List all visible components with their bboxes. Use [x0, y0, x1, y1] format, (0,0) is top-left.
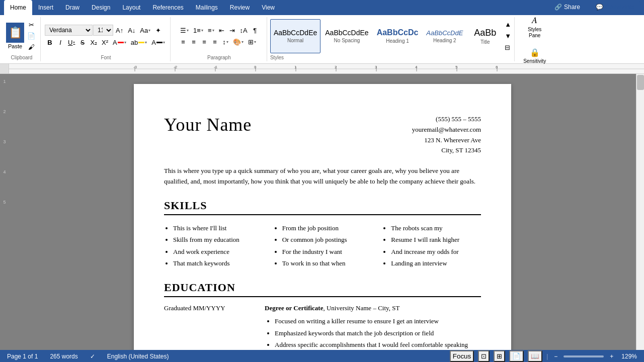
tab-design[interactable]: Design [86, 0, 116, 15]
cut-button[interactable]: ✂ [25, 20, 37, 30]
increase-indent-button[interactable]: ⇥ [227, 25, 237, 35]
svg-text:4: 4 [415, 65, 418, 69]
italic-button[interactable]: I [55, 37, 65, 47]
tab-draw[interactable]: Draw [59, 0, 86, 15]
strikethrough-button[interactable]: S̶ [77, 37, 88, 47]
skills-section: SKILLS This is where I'll list Skills fr… [164, 199, 481, 269]
contact-city: City, ST 12345 [412, 145, 481, 156]
gallery-up-icon: ▲ [505, 21, 511, 28]
align-left-button[interactable]: ≡ [178, 37, 188, 47]
scrollbar-thumb[interactable] [637, 75, 644, 90]
style-no-spacing-text: AaBbCcDdEe [325, 29, 368, 37]
page-info[interactable]: Page 1 of 1 [5, 352, 40, 361]
margin-num-5: 5 [3, 200, 6, 205]
tab-insert[interactable]: Insert [32, 0, 59, 15]
tab-view[interactable]: View [256, 0, 281, 15]
style-no-spacing[interactable]: AaBbCcDdEe No Spacing [321, 19, 372, 53]
education-heading: EDUCATION [164, 281, 481, 297]
style-heading2-text: AaBbCcDdE [426, 29, 463, 37]
shading-button[interactable]: 🎨 ▾ [231, 37, 246, 47]
styles-pane-label: StylesPane [528, 27, 541, 39]
bold-button[interactable]: B [45, 37, 55, 47]
superscript-button[interactable]: X² [100, 37, 110, 47]
styles-gallery-row: AaBbCcDdEe Normal AaBbCcDdEe No Spacing … [270, 18, 512, 54]
comments-button[interactable]: 💬 Comments [590, 1, 640, 13]
document-page[interactable]: Your Name (555) 555 – 5555 youremail@wha… [134, 84, 511, 350]
edu-bullet-1: Focused on writing a killer resume to en… [275, 315, 481, 327]
clear-formatting-button[interactable]: ✦ [153, 25, 163, 35]
edu-degree-bold: Degree or Certificate [265, 304, 323, 312]
font-size-select[interactable]: 11 [93, 25, 113, 36]
subscript-button[interactable]: X₂ [88, 37, 99, 47]
skills-list-2: From the job position Or common job post… [273, 222, 372, 269]
decrease-font-button[interactable]: A↓ [126, 25, 137, 35]
status-right: Focus ⊡ ⊞ 📄 📖 | − + 129% [450, 350, 639, 362]
style-no-spacing-label: No Spacing [334, 38, 360, 43]
font-family-select[interactable]: Verdana [45, 25, 93, 36]
underline-button[interactable]: U ▾ [66, 37, 77, 47]
decrease-indent-button[interactable]: ⇤ [217, 25, 227, 35]
zoom-slider[interactable] [564, 355, 604, 357]
view-print-button[interactable]: ⊡ [478, 350, 490, 362]
zoom-out-button[interactable]: − [552, 352, 559, 361]
scrollbar-track[interactable] [636, 74, 644, 350]
proofing-icon[interactable]: ✓ [88, 352, 97, 361]
view-immersive-button[interactable]: 📖 [528, 350, 542, 362]
skill-1-1: This is where I'll list [173, 222, 263, 234]
tab-references[interactable]: References [146, 0, 189, 15]
document-container: Your Name (555) 555 – 5555 youremail@wha… [9, 74, 636, 350]
gallery-more-button[interactable]: ▲ ▼ ⊟ [504, 18, 512, 54]
style-normal[interactable]: AaBbCcDdEe Normal [270, 19, 320, 53]
line-spacing-button[interactable]: ↕ ▾ [220, 37, 230, 47]
tab-review[interactable]: Review [224, 0, 256, 15]
view-web-button[interactable]: ⊞ [494, 350, 505, 362]
doc-header: Your Name (555) 555 – 5555 youremail@wha… [164, 114, 481, 156]
sensitivity-button[interactable]: 🔒 Sensitivity [520, 45, 549, 66]
edu-degree: Degree or Certificate, University Name –… [265, 304, 481, 312]
multilevel-list-button[interactable]: ≡ ▾ [206, 25, 216, 35]
style-heading2[interactable]: AaBbCcDdE Heading 2 [423, 19, 466, 53]
font-row-1: Verdana 11 A↑ A↓ Aa ▾ ✦ [45, 25, 167, 36]
style-heading2-label: Heading 2 [433, 38, 456, 43]
status-bar: Page 1 of 1 265 words ✓ English (United … [0, 350, 644, 362]
align-right-button[interactable]: ≡ [199, 37, 209, 47]
tab-home[interactable]: Home [4, 0, 32, 15]
paragraph-group: ☰ ▾ 1≡ ▾ ≡ ▾ ⇤ ⇥ ↕A ¶ ≡ ≡ ≡ ≡ ↕ ▾ 🎨 ▾ ⊞ … [172, 17, 267, 61]
bullets-button[interactable]: ☰ ▾ [178, 25, 191, 35]
share-button[interactable]: 🔗 Share [548, 2, 586, 13]
svg-text:0: 0 [254, 65, 257, 69]
word-count[interactable]: 265 words [48, 352, 79, 361]
focus-button[interactable]: Focus [450, 350, 474, 362]
paste-button[interactable]: 📋 Paste [6, 23, 24, 49]
font-color-button[interactable]: A ▾ [111, 37, 128, 47]
copy-button[interactable]: 📄 [25, 31, 37, 41]
align-center-button[interactable]: ≡ [189, 37, 199, 47]
skill-2-4: To work in so that when [282, 257, 372, 269]
increase-font-button[interactable]: A↑ [114, 25, 125, 35]
style-heading1[interactable]: AaBbCcDc Heading 1 [373, 19, 422, 53]
view-read-button[interactable]: 📄 [509, 350, 524, 362]
justify-button[interactable]: ≡ [210, 37, 220, 47]
sort-button[interactable]: ↕A [238, 25, 250, 35]
format-painter-button[interactable]: 🖌 [25, 42, 37, 52]
style-title[interactable]: AaBb Title [467, 19, 503, 53]
margin-num-1: 1 [3, 79, 6, 84]
skill-3-4: Landing an interview [391, 257, 481, 269]
clipboard-label: Clipboard [11, 55, 33, 60]
language-info[interactable]: English (United States) [105, 352, 171, 361]
text-color-button[interactable]: A ▾ [149, 37, 167, 47]
zoom-level[interactable]: 129% [619, 352, 639, 361]
svg-text:-3: -3 [133, 65, 137, 69]
edu-bullet-3: Address specific accomplishments that I … [275, 339, 481, 350]
zoom-in-button[interactable]: + [608, 352, 615, 361]
tab-layout[interactable]: Layout [116, 0, 146, 15]
highlight-button[interactable]: ab ▾ [129, 37, 149, 47]
styles-pane-button[interactable]: 𝐴 StylesPane [524, 13, 545, 41]
borders-button[interactable]: ⊞ ▾ [246, 37, 258, 47]
numbering-button[interactable]: 1≡ ▾ [191, 25, 205, 35]
tab-mailings[interactable]: Mailings [190, 0, 224, 15]
show-hide-button[interactable]: ¶ [250, 25, 260, 35]
change-case-button[interactable]: Aa ▾ [138, 25, 152, 35]
edu-degree-rest: , University Name – City, ST [323, 304, 399, 312]
skills-col-3: The robots scan my Resume I will rank hi… [382, 222, 481, 269]
